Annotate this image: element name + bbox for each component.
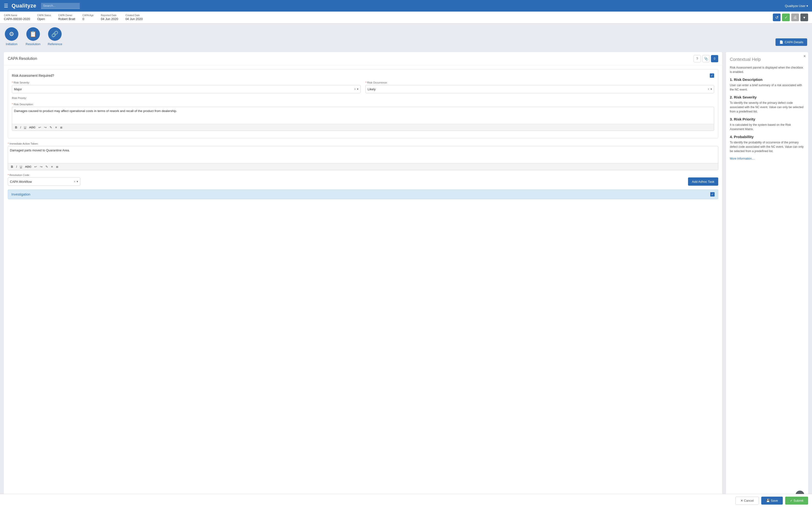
resolution-attach-icon[interactable]: 📎: [702, 55, 710, 62]
bold-button[interactable]: B: [14, 125, 18, 130]
risk-occurrence-group: * Risk Occurrence: Likely × ▾: [365, 81, 714, 93]
capa-info-bar: CAPA Name CAPA-00030-2020 CAPA Status Op…: [0, 12, 812, 23]
capa-reported-date-value: 04 Jun 2020: [101, 17, 118, 21]
resolution-code-arrow[interactable]: ▾: [77, 180, 78, 183]
help-section-3: 3. Risk Priority It is calculated by the…: [730, 117, 804, 131]
risk-assessment-checkbox[interactable]: ✓: [710, 73, 714, 78]
ia-undo-button[interactable]: ↩: [33, 164, 38, 169]
capa-more-button[interactable]: ▾: [800, 13, 808, 21]
ia-bold-button[interactable]: B: [10, 164, 14, 169]
resolution-attach-badge[interactable]: 0: [711, 55, 718, 62]
strikethrough-button[interactable]: ABC: [28, 125, 37, 130]
submit-button[interactable]: ✓ Submit: [785, 497, 808, 505]
capa-status-value: Open: [37, 17, 51, 21]
investigation-box: Investigation ✓: [8, 189, 718, 199]
ia-clear-format-button[interactable]: ✎: [45, 164, 49, 169]
risk-assessment-box: Risk Assessment Required? ✓ * Risk Sever…: [8, 69, 718, 138]
capa-print-button[interactable]: 🖨: [791, 13, 799, 21]
risk-occurrence-select[interactable]: Likely × ▾: [365, 85, 714, 93]
bullet-list-button[interactable]: ≡: [54, 125, 58, 130]
risk-severity-label: * Risk Severity:: [12, 81, 361, 84]
risk-description-toolbar: B I U ABC ↩ ↪ ✎ ≡ ≣: [12, 124, 714, 131]
more-information-link[interactable]: More Information....: [730, 157, 755, 160]
add-adhoc-task-button[interactable]: Add Adhoc Task: [688, 177, 718, 186]
resolution-icon: 📋: [27, 27, 40, 41]
hamburger-menu[interactable]: ☰: [4, 3, 8, 9]
capa-check-button[interactable]: ✓: [782, 13, 790, 21]
resolution-panel: CAPA Resolution ? 📎 0 Risk Assessment Re…: [4, 52, 722, 503]
investigation-checkbox[interactable]: ✓: [710, 192, 715, 196]
help-section-2-title: 2. Risk Severity: [730, 95, 804, 99]
risk-box-header: Risk Assessment Required? ✓: [12, 73, 714, 78]
risk-severity-select[interactable]: Major × ▾: [12, 85, 361, 93]
resolution-code-group: * Resolution Code: CAPA Workflow × ▾: [8, 174, 80, 186]
capa-name-field: CAPA Name CAPA-00030-2020: [4, 14, 30, 21]
help-section-3-title: 3. Risk Priority: [730, 117, 804, 121]
capa-details-icon: 📄: [779, 40, 783, 44]
ia-ordered-list-button[interactable]: ≣: [55, 164, 59, 169]
risk-occurrence-arrow[interactable]: ▾: [711, 88, 712, 91]
capa-details-button[interactable]: 📄 CAPA Details: [775, 38, 807, 46]
search-input[interactable]: [41, 3, 80, 9]
capa-owner-value: Robert Bratt: [58, 17, 75, 21]
immediate-action-label: * Immediate Action Taken:: [8, 142, 718, 145]
risk-description-textarea[interactable]: Damages caused to product may affect ope…: [12, 107, 714, 124]
help-title: Contextual Help: [730, 57, 804, 62]
workflow-tabs: ⚙ Initiation 📋 Resolution 🔗 Reference: [5, 27, 62, 48]
risk-occurrence-clear[interactable]: ×: [708, 87, 710, 91]
capa-name-value: CAPA-00030-2020: [4, 17, 30, 21]
risk-severity-clear[interactable]: ×: [354, 87, 356, 91]
capa-status-label: CAPA Status: [37, 14, 51, 17]
underline-button[interactable]: U: [23, 125, 27, 130]
app-logo: Qualityze: [12, 3, 36, 9]
capa-owner-field: CAPA Owner Robert Bratt: [58, 14, 75, 21]
capa-created-date-value: 04 Jun 2020: [125, 17, 143, 21]
tab-initiation[interactable]: ⚙ Initiation: [5, 27, 18, 48]
tab-reference[interactable]: 🔗 Reference: [48, 27, 62, 48]
contextual-help-panel: × Contextual Help Risk Assessment pannel…: [726, 52, 808, 503]
capa-age-field: CAPA Age 0: [83, 14, 94, 21]
immediate-action-textarea[interactable]: Damaged parts moved to Quarantine Area.: [8, 146, 718, 163]
tab-resolution[interactable]: 📋 Resolution: [26, 27, 40, 48]
ia-strikethrough-button[interactable]: ABC: [24, 164, 33, 169]
initiation-icon: ⚙: [5, 27, 18, 41]
capa-status-field: CAPA Status Open: [37, 14, 51, 21]
resolution-title: CAPA Resolution: [8, 56, 37, 61]
user-menu[interactable]: Qualityze User: [785, 4, 806, 8]
resolution-code-label: * Resolution Code:: [8, 174, 80, 176]
resolution-code-clear[interactable]: ×: [74, 180, 75, 183]
top-nav: ☰ Qualityze Qualityze User ▾: [0, 0, 812, 12]
cancel-button[interactable]: ✕ Cancel: [735, 497, 759, 505]
help-section-3-text: It is calculated by the system based on …: [730, 123, 804, 131]
risk-severity-arrow[interactable]: ▾: [357, 88, 358, 91]
help-section-1: 1. Risk Description User can enter a bri…: [730, 77, 804, 92]
help-section-4: 4. Probabillity To identify the probabil…: [730, 135, 804, 153]
help-intro: Risk Assessment pannel is displayed when…: [730, 65, 804, 74]
initiation-label: Initiation: [6, 42, 17, 46]
redo-button[interactable]: ↪: [43, 125, 48, 130]
resolution-help-button[interactable]: ?: [694, 55, 701, 62]
reference-label: Reference: [48, 42, 62, 46]
ordered-list-button[interactable]: ≣: [59, 125, 63, 130]
clear-format-button[interactable]: ✎: [49, 125, 53, 130]
reference-icon: 🔗: [48, 27, 62, 41]
capa-history-button[interactable]: ↺: [773, 13, 780, 21]
help-close-button[interactable]: ×: [804, 54, 806, 58]
italic-button[interactable]: I: [19, 125, 22, 130]
user-menu-arrow[interactable]: ▾: [806, 4, 808, 8]
risk-description-textarea-wrapper: Damages caused to product may affect ope…: [12, 107, 714, 131]
resolution-code-select[interactable]: CAPA Workflow × ▾: [8, 177, 80, 186]
risk-description-label: * Risk Description:: [12, 103, 714, 106]
undo-button[interactable]: ↩: [38, 125, 42, 130]
help-section-2: 2. Risk Severity To identify the severit…: [730, 95, 804, 114]
help-section-4-title: 4. Probabillity: [730, 135, 804, 139]
capa-owner-label: CAPA Owner: [58, 14, 75, 17]
ia-italic-button[interactable]: I: [15, 164, 18, 169]
ia-bullet-list-button[interactable]: ≡: [50, 164, 54, 169]
help-section-1-text: User can enter a brief summary of a risk…: [730, 83, 804, 92]
immediate-action-toolbar: B I U ABC ↩ ↪ ✎ ≡ ≣: [8, 163, 718, 170]
ia-redo-button[interactable]: ↪: [39, 164, 44, 169]
ia-underline-button[interactable]: U: [19, 164, 23, 169]
resolution-header-actions: ? 📎 0: [694, 55, 718, 62]
save-button[interactable]: 💾 Save: [761, 497, 783, 505]
